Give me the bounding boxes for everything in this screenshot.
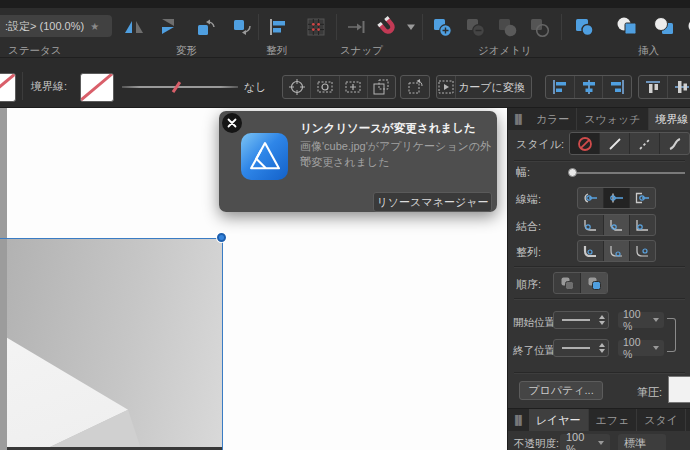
align-top-icon (645, 79, 661, 95)
no-stroke-icon (577, 136, 593, 152)
stroke-swatch[interactable] (80, 73, 114, 102)
flip-horizontal-button[interactable] (120, 14, 148, 40)
square-cap-icon (634, 191, 651, 205)
placed-image-cube-jpg[interactable] (7, 238, 222, 450)
tab-layers[interactable]: レイヤー (529, 409, 589, 431)
start-pressure-combo[interactable] (553, 311, 609, 329)
cycle-selection-target-button[interactable] (283, 76, 311, 98)
chevron-down-icon (598, 441, 604, 445)
start-position-value[interactable]: 100 % (618, 312, 664, 328)
align-top-button[interactable] (639, 76, 668, 98)
rotate-counterclockwise-button[interactable] (192, 14, 220, 40)
butt-cap-button[interactable] (604, 188, 630, 208)
section-label-snap: スナップ (340, 44, 383, 58)
view-preset-box[interactable]: :設定> (100.0%) ★ (0, 15, 112, 37)
end-pressure-combo[interactable] (553, 339, 609, 357)
selection-edge-top[interactable] (0, 238, 222, 239)
snapping-magnet-icon (377, 16, 399, 38)
rotate-clockwise-icon (230, 17, 254, 37)
tab-effects[interactable]: エフェ (589, 409, 638, 431)
stroke-align-outside-button[interactable] (630, 241, 655, 261)
align-center-h-button[interactable] (575, 76, 604, 98)
align-middle-button[interactable] (668, 76, 690, 98)
selection-edge-right[interactable] (222, 238, 223, 450)
width-label: 幅: (516, 165, 530, 180)
convert-to-curves-button[interactable] (437, 76, 456, 98)
opacity-value-box[interactable]: 100 % (560, 434, 610, 450)
geometry-xor-button[interactable] (525, 14, 553, 40)
resource-manager-button[interactable]: リソースマネージャー (373, 192, 492, 212)
insert-behind-button[interactable] (613, 14, 641, 40)
round-cap-icon (582, 191, 599, 205)
move-by-whole-pixels-button[interactable] (342, 14, 370, 40)
align-left-button[interactable] (546, 76, 575, 98)
opacity-label: 不透明度: (514, 437, 559, 450)
stroke-align-outside-icon (634, 244, 651, 259)
panel-grip-icon[interactable]: ▐▌ (508, 409, 529, 431)
rotate-selection-button[interactable] (401, 76, 429, 98)
notification-close-button[interactable] (222, 113, 242, 133)
geometry-subtract-button[interactable] (461, 14, 489, 40)
link-values-bracket[interactable] (667, 318, 676, 352)
round-join-button[interactable] (578, 215, 604, 235)
transform-box-button[interactable] (368, 76, 395, 98)
snapping-toggle-button[interactable] (374, 14, 402, 40)
brush-stroke-button[interactable] (660, 133, 689, 154)
tab-text[interactable]: 文字 (686, 409, 690, 431)
dashed-stroke-button[interactable] (630, 133, 660, 154)
miter-join-button[interactable] (630, 215, 655, 235)
convert-to-curves-label[interactable]: カーブに変換 (456, 80, 533, 95)
geometry-intersect-button[interactable] (493, 14, 521, 40)
align-right-button[interactable] (603, 76, 631, 98)
stepper-icon[interactable] (599, 343, 605, 353)
insert-on-top-button[interactable] (650, 14, 678, 40)
miter-join-icon (634, 218, 651, 233)
geometry-divide-button[interactable] (570, 14, 598, 40)
blend-mode-box[interactable]: 標準 (618, 434, 666, 450)
alignment-button[interactable] (264, 14, 292, 40)
square-cap-button[interactable] (630, 188, 655, 208)
insert-inside-button[interactable] (684, 14, 690, 40)
stroke-width-knob[interactable] (568, 168, 577, 177)
stroke-width-track[interactable] (570, 172, 685, 174)
tab-stroke[interactable]: 境界線 (649, 108, 690, 130)
no-stroke-button[interactable] (570, 133, 600, 154)
panel-grip-icon[interactable]: ▐▌ (508, 108, 529, 130)
rotate-clockwise-button[interactable] (228, 14, 256, 40)
butt-cap-icon (608, 191, 625, 205)
cap-group (577, 187, 656, 209)
blend-mode-value: 標準 (624, 436, 646, 450)
order-behind-icon (559, 275, 576, 291)
toolbar-separator (258, 14, 259, 40)
start-position-label: 開始位置: (513, 316, 558, 330)
properties-button[interactable]: プロパティ... (519, 381, 603, 400)
flip-vertical-button[interactable] (156, 14, 184, 40)
stroke-width-slider[interactable] (122, 86, 238, 88)
document-canvas[interactable]: リンクリソースが変更されました 画像'cube.jpg'がアプリケーションの外部… (0, 108, 507, 450)
pixel-align-button[interactable] (302, 14, 330, 40)
end-position-value[interactable]: 100 % (618, 340, 664, 356)
snap-options-dropdown[interactable] (402, 14, 420, 40)
selection-tools-group (282, 75, 396, 99)
bevel-join-button[interactable] (604, 215, 630, 235)
order-front-button[interactable] (581, 273, 607, 293)
pressure-curve-box[interactable] (668, 376, 690, 403)
join-group (577, 214, 656, 236)
stroke-align-center-button[interactable] (578, 241, 604, 261)
move-selection-button[interactable] (340, 76, 368, 98)
solid-stroke-button[interactable] (600, 133, 630, 154)
stroke-align-inside-button[interactable] (604, 241, 630, 261)
app-window: :設定> (100.0%) ★ (0, 0, 690, 450)
tab-swatches[interactable]: スウォッチ (577, 108, 648, 130)
geometry-add-button[interactable] (428, 14, 456, 40)
fill-swatch[interactable] (0, 73, 16, 102)
favorite-star-icon[interactable]: ★ (90, 21, 99, 32)
selection-corner-handle[interactable] (217, 233, 226, 242)
round-cap-button[interactable] (578, 188, 604, 208)
show-selection-button[interactable] (311, 76, 339, 98)
order-behind-button[interactable] (554, 273, 581, 293)
tab-color[interactable]: カラー (529, 108, 578, 130)
convert-to-curves-group: カーブに変換 (436, 75, 532, 99)
tab-styles[interactable]: スタイ (637, 409, 686, 431)
stepper-icon[interactable] (599, 315, 605, 325)
